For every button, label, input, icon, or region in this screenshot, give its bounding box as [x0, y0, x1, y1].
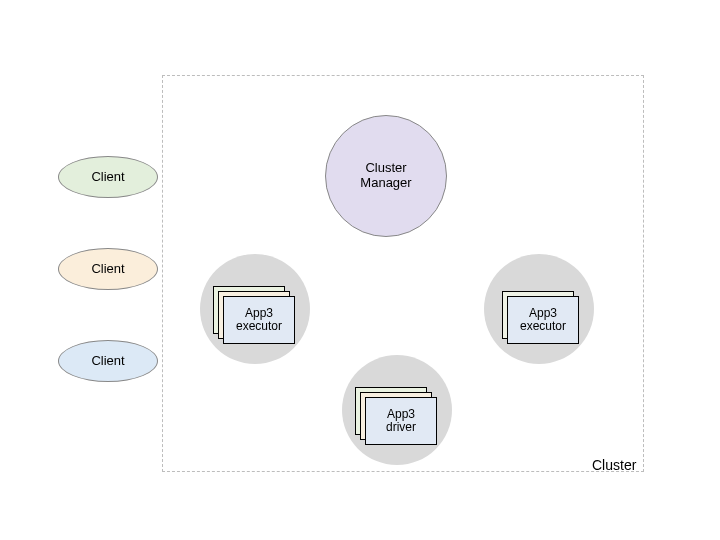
- app3-executor-2-label: App3 executor: [520, 307, 566, 333]
- app3-driver-tile: App3 driver: [365, 397, 437, 445]
- client-3-label: Client: [91, 354, 124, 369]
- app3-driver-label: App3 driver: [386, 408, 416, 434]
- client-1-label: Client: [91, 170, 124, 185]
- cluster-manager-label: Cluster Manager: [360, 161, 411, 191]
- cluster-manager-node: Cluster Manager: [325, 115, 447, 237]
- driver-stack: App3 driver: [355, 387, 439, 447]
- client-2-label: Client: [91, 262, 124, 277]
- client-node-2: Client: [58, 248, 158, 290]
- client-node-1: Client: [58, 156, 158, 198]
- cluster-label: Cluster: [592, 457, 636, 473]
- executor-stack-1: App3 executor: [213, 286, 297, 346]
- app3-executor-1-label: App3 executor: [236, 307, 282, 333]
- diagram-canvas: Client Client Client Cluster Manager App…: [0, 0, 720, 540]
- app3-executor-tile-2: App3 executor: [507, 296, 579, 344]
- executor-stack-2: App3 executor: [497, 286, 581, 346]
- client-node-3: Client: [58, 340, 158, 382]
- app3-executor-tile-1: App3 executor: [223, 296, 295, 344]
